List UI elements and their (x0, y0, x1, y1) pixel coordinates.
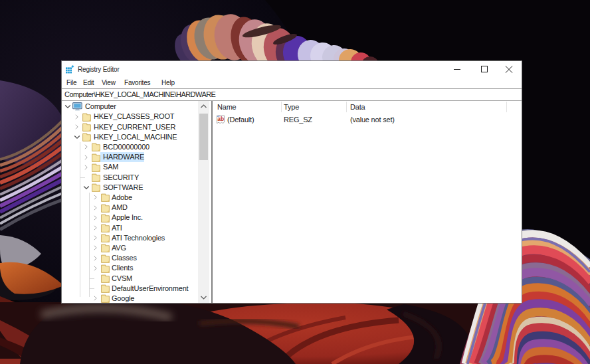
svg-text:ab: ab (217, 116, 224, 122)
